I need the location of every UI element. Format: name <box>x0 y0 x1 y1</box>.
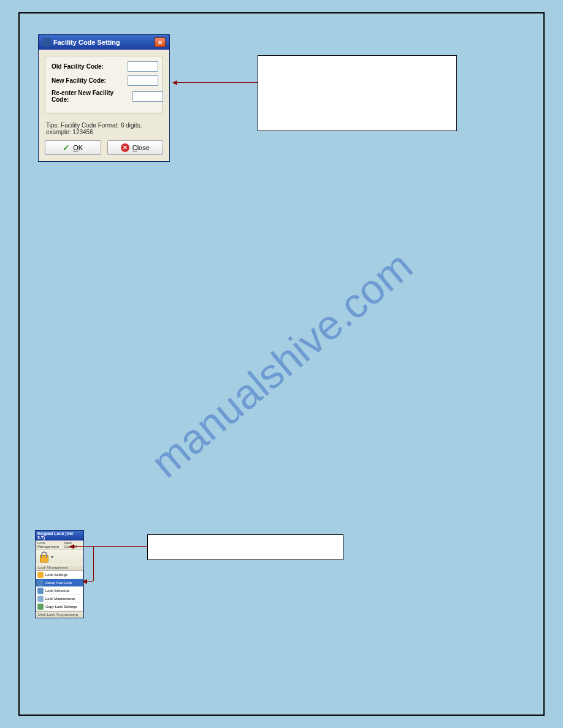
facility-code-dialog: Facility Code Setting ✕ Old Facility Cod… <box>38 34 170 162</box>
ok-button[interactable]: ✓ OK <box>45 140 101 155</box>
form-group: Old Facility Code: New Facility Code: Re… <box>45 56 163 113</box>
menu-item-setup-new-lock[interactable]: Setup New Lock <box>36 579 83 587</box>
dropdown-menu: Lock Settings Setup New Lock Lock Schedu… <box>36 571 83 612</box>
menu-item-label: Lock Maintenance <box>45 597 75 601</box>
menu-item-lock-maintenance[interactable]: Lock Maintenance <box>36 595 83 603</box>
window-icon <box>42 38 51 47</box>
maintenance-icon <box>37 596 44 602</box>
old-code-label: Old Facility Code: <box>52 63 125 70</box>
old-code-input[interactable] <box>128 61 158 72</box>
new-code-label: New Facility Code: <box>52 77 125 84</box>
close-icon[interactable]: ✕ <box>155 37 166 47</box>
app2-menubar: Lock Management User Code M <box>36 540 83 550</box>
reenter-code-label: Re-enter New Facility Code: <box>52 89 130 103</box>
setup-lock-icon <box>37 580 44 586</box>
app2-toolbar: ▼ <box>36 550 83 564</box>
chevron-down-icon[interactable]: ▼ <box>50 555 54 559</box>
callout-box-2 <box>147 534 343 560</box>
menu-item-label: Copy Lock Settings <box>45 605 77 609</box>
app2-titlebar: Keypad Lock (Ver 3.7) <box>36 531 83 540</box>
watermark-text: manualshive.com <box>142 241 421 487</box>
app2-title: Keypad Lock (Ver 3.7) <box>37 531 82 540</box>
copy-icon <box>37 604 44 610</box>
menu-item-label: Setup New Lock <box>45 581 72 585</box>
menu-item-lock-settings[interactable]: Lock Settings <box>36 571 83 579</box>
menu-lock-management[interactable]: Lock Management <box>37 541 62 548</box>
tips-text: Tips: Facility Code Format: 6 digits, ex… <box>45 118 163 140</box>
menu-item-lock-schedule[interactable]: Lock Schedule <box>36 587 83 595</box>
check-icon: ✓ <box>63 143 70 153</box>
new-code-input[interactable] <box>128 75 158 86</box>
close-button[interactable]: ✕ Close <box>107 140 164 155</box>
dialog-title: Facility Code Setting <box>53 39 120 46</box>
button-row: ✓ OK ✕ Close <box>45 140 163 155</box>
menu-item-copy-lock-settings[interactable]: Copy Lock Settings <box>36 603 83 611</box>
arrow-line-1 <box>175 82 258 83</box>
keypad-lock-window: Keypad Lock (Ver 3.7) Lock Management Us… <box>35 530 84 618</box>
section-multi-lock: Multi-Lock Programming <box>36 612 83 618</box>
dialog-titlebar: Facility Code Setting ✕ <box>39 35 169 50</box>
menu-item-label: Lock Settings <box>45 573 67 577</box>
reenter-code-input[interactable] <box>132 91 163 102</box>
schedule-icon <box>37 588 44 594</box>
section-lock-management: Lock Management <box>36 564 83 571</box>
x-circle-icon: ✕ <box>121 143 129 152</box>
page-frame: manualshive.com Facility Code Setting ✕ … <box>18 12 545 716</box>
callout-box-1 <box>258 55 457 131</box>
lock-icon[interactable] <box>39 552 49 563</box>
lock-settings-icon <box>37 572 44 578</box>
dialog-body: Old Facility Code: New Facility Code: Re… <box>39 50 169 161</box>
menu-item-label: Lock Schedule <box>45 589 69 593</box>
